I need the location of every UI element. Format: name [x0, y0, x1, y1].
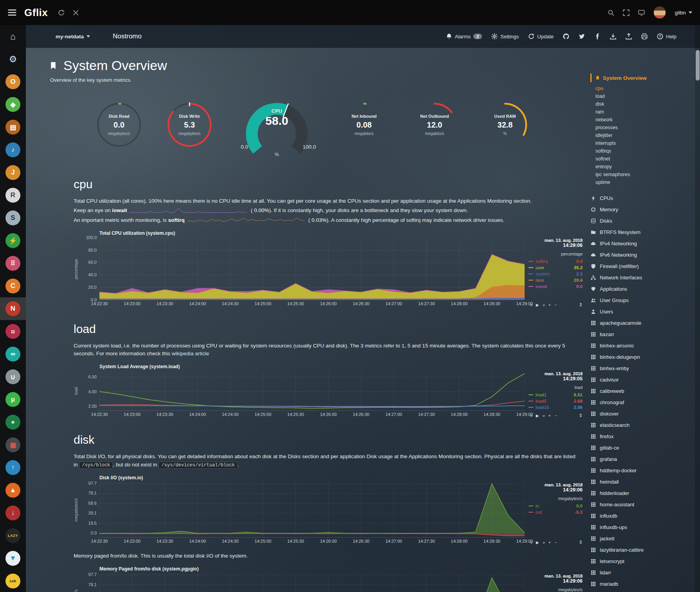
menu-subitem[interactable]: uptime — [595, 178, 684, 186]
menu-section[interactable]: binhex-airsonic — [590, 340, 684, 351]
menu-section[interactable]: firefox — [590, 431, 684, 442]
rail-app-button[interactable]: ⠿ — [0, 252, 26, 275]
chart-resize-handle[interactable]: ⇕ — [579, 413, 583, 418]
gauge[interactable]: Net Outbound 12.0 megabits/s — [405, 102, 464, 160]
rail-app-button[interactable]: sab — [0, 570, 26, 592]
menu-section[interactable]: home-assistant — [590, 499, 684, 510]
menu-section[interactable]: heimdall — [590, 476, 684, 488]
rail-app-button[interactable]: ♪ — [0, 139, 26, 161]
chart-zoom-in-button[interactable]: + — [548, 302, 551, 307]
rail-app-button[interactable]: J — [0, 161, 26, 184]
facebook-icon[interactable] — [594, 33, 601, 40]
chart-resize-handle[interactable]: ⇕ — [579, 540, 583, 545]
server-dropdown[interactable]: my-netdata — [56, 34, 90, 40]
wikipedia-link[interactable]: wikipedia article — [172, 351, 209, 356]
menu-section[interactable]: diskover — [590, 408, 684, 419]
fullscreen-icon[interactable] — [623, 9, 630, 16]
menu-subitem[interactable]: softirqs — [595, 147, 684, 155]
menu-subitem[interactable]: ram — [595, 108, 684, 116]
update-button[interactable]: Update — [528, 33, 554, 40]
rail-app-button[interactable]: ⚡ — [0, 229, 26, 252]
user-menu[interactable]: gilbn — [675, 10, 692, 16]
github-icon[interactable] — [563, 33, 569, 40]
settings-button[interactable]: Settings — [491, 33, 519, 40]
legend-item[interactable]: nice 20.4 — [529, 277, 583, 283]
rail-app-button[interactable]: µ — [0, 388, 26, 411]
menu-subitem[interactable]: cpu — [595, 85, 684, 92]
gauge[interactable]: CPU 58.0 % 0.0100.0 — [231, 98, 323, 164]
download-icon[interactable] — [610, 33, 616, 40]
menu-section[interactable]: binhex-emby — [590, 363, 684, 374]
gauge[interactable]: Net Inbound 0.08 megabits/s — [335, 102, 393, 160]
rail-app-button[interactable]: LAZY — [0, 524, 26, 547]
menu-section[interactable]: Memory — [590, 204, 684, 215]
rail-app-button[interactable]: ⚙ — [0, 48, 26, 70]
chart-plot[interactable] — [99, 238, 525, 300]
rail-app-button[interactable]: ● — [0, 411, 26, 434]
chart-plot[interactable] — [99, 574, 525, 592]
rail-app-button[interactable]: ⌂ — [0, 25, 26, 48]
menu-subitem[interactable]: load — [595, 92, 684, 100]
rail-app-button[interactable]: S — [0, 207, 26, 229]
rail-app-button[interactable]: O — [0, 70, 26, 93]
legend-item[interactable]: iowait 0.0 — [529, 283, 583, 290]
avatar[interactable] — [653, 6, 666, 19]
help-button[interactable]: ? Help — [657, 33, 677, 40]
rail-app-button[interactable]: ↓ — [0, 502, 26, 524]
menu-section[interactable]: IPv4 Networking — [590, 238, 684, 249]
legend-item[interactable]: user 35.3 — [529, 265, 583, 271]
menu-section[interactable]: monitorr — [590, 590, 684, 592]
chart-play-button[interactable]: ▶ — [536, 540, 539, 545]
refresh-icon[interactable] — [58, 9, 65, 16]
rail-app-button[interactable]: ↑ — [0, 456, 26, 479]
rail-app-button[interactable]: ⠶ — [0, 320, 26, 343]
rail-app-button[interactable]: ▤ — [0, 116, 26, 139]
rail-app-button[interactable]: R — [0, 184, 26, 207]
chart-resize-handle[interactable]: ⇕ — [579, 302, 583, 308]
print-icon[interactable] — [641, 33, 648, 40]
chart-pan-right-button[interactable]: » — [543, 302, 545, 307]
menu-section[interactable]: elasticsearch — [590, 419, 684, 431]
rail-app-button[interactable]: ∪ — [0, 365, 26, 388]
menu-section[interactable]: letsencrypt — [590, 556, 684, 567]
scrollbar-thumb[interactable] — [696, 50, 700, 81]
chart-zoom-out-button[interactable]: − — [554, 413, 557, 418]
menu-section[interactable]: mariadb — [590, 578, 684, 590]
rail-app-button[interactable]: ▲ — [0, 479, 26, 502]
menu-section[interactable]: lidarr — [590, 567, 684, 578]
menu-section[interactable]: Firewall (netfilter) — [590, 261, 684, 272]
menu-current-section[interactable]: System Overview — [590, 74, 684, 82]
chart-play-button[interactable]: ▶ — [536, 413, 539, 418]
menu-section[interactable]: bazarr — [590, 329, 684, 340]
menu-section[interactable]: hddtemp-docker — [590, 465, 684, 476]
menu-section[interactable]: hiddenloader — [590, 488, 684, 499]
menu-section[interactable]: calibreweb — [590, 385, 684, 397]
twitter-icon[interactable] — [579, 33, 585, 40]
menu-section[interactable]: IPv6 Networking — [590, 249, 684, 261]
menu-section[interactable]: User Groups — [590, 295, 684, 306]
legend-item[interactable]: load5 2.68 — [529, 398, 583, 404]
legend-item[interactable]: out -5.3 — [529, 509, 583, 515]
search-icon[interactable] — [608, 9, 614, 16]
chart-zoom-in-button[interactable]: + — [548, 540, 551, 545]
menu-subitem[interactable]: disk — [595, 100, 684, 108]
menu-section[interactable]: influxdb — [590, 510, 684, 522]
chart-pan-right-button[interactable]: » — [543, 413, 545, 418]
menu-section[interactable]: chronograf — [590, 397, 684, 408]
alarms-button[interactable]: Alarms 2 — [446, 33, 482, 40]
upload-icon[interactable] — [626, 33, 632, 40]
rail-app-button[interactable]: ▼ — [0, 547, 26, 570]
menu-section[interactable]: jackett — [590, 533, 684, 544]
chart-zoom-out-button[interactable]: − — [554, 540, 557, 545]
rail-app-button[interactable]: ▦ — [0, 434, 26, 456]
gauge[interactable]: Disk Write 5.3 megabytes/s — [160, 102, 219, 160]
menu-subitem[interactable]: processes — [595, 124, 684, 131]
menu-section[interactable]: influxdb-ups — [590, 522, 684, 533]
monitor-icon[interactable] — [638, 9, 645, 16]
gauge[interactable]: Disk Read 0.0 megabytes/s — [90, 102, 148, 160]
chart-zoom-in-button[interactable]: + — [548, 413, 551, 418]
menu-subitem[interactable]: ipc semaphores — [595, 171, 684, 178]
menu-section[interactable]: gitlab-ce — [590, 442, 684, 453]
scrollbar[interactable] — [695, 25, 700, 592]
menu-subitem[interactable]: interrupts — [595, 139, 684, 147]
